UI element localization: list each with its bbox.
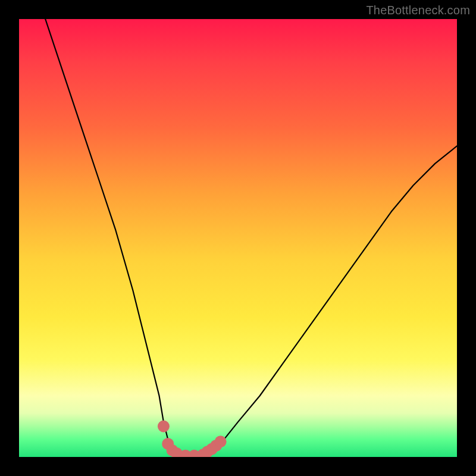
curve-svg (19, 19, 457, 457)
plot-area (19, 19, 457, 457)
outer-frame: TheBottleneck.com (0, 0, 476, 476)
highlight-dot (215, 436, 227, 447)
highlight-dots (158, 421, 227, 458)
watermark-text: TheBottleneck.com (366, 4, 470, 17)
bottleneck-curve (45, 19, 457, 457)
highlight-dot (158, 421, 170, 433)
